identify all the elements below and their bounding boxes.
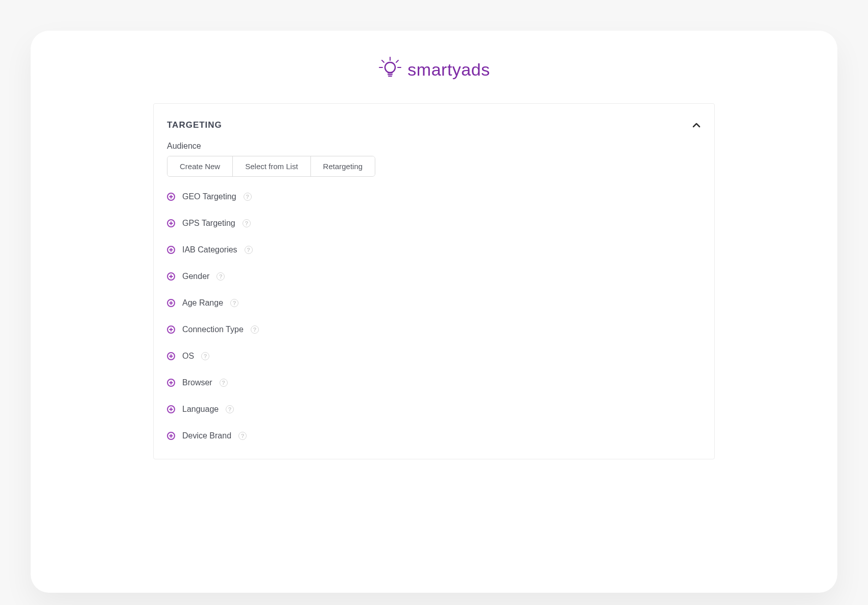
target-item-label: IAB Categories bbox=[182, 245, 237, 254]
svg-line-2 bbox=[396, 60, 398, 62]
plus-circle-icon bbox=[167, 219, 175, 227]
audience-segmented-control: Create New Select from List Retargeting bbox=[167, 156, 375, 177]
target-item-iab-categories[interactable]: IAB Categories bbox=[167, 245, 701, 254]
main-card: smartyads TARGETING Audience Create New … bbox=[31, 31, 837, 593]
target-item-label: Gender bbox=[182, 272, 209, 281]
plus-circle-icon bbox=[167, 379, 175, 387]
targeting-panel: TARGETING Audience Create New Select fro… bbox=[153, 103, 715, 459]
target-item-age-range[interactable]: Age Range bbox=[167, 298, 701, 308]
help-icon[interactable] bbox=[244, 193, 252, 201]
help-icon[interactable] bbox=[220, 379, 228, 387]
plus-circle-icon bbox=[167, 299, 175, 307]
help-icon[interactable] bbox=[226, 405, 234, 413]
target-item-gps-targeting[interactable]: GPS Targeting bbox=[167, 219, 701, 228]
target-item-label: Age Range bbox=[182, 298, 223, 308]
svg-line-1 bbox=[382, 60, 384, 62]
brand-name: smartyads bbox=[407, 60, 490, 80]
targeting-options-list: GEO Targeting GPS Targeting IAB Categori… bbox=[167, 192, 701, 440]
target-item-geo-targeting[interactable]: GEO Targeting bbox=[167, 192, 701, 201]
help-icon[interactable] bbox=[230, 299, 238, 307]
plus-circle-icon bbox=[167, 325, 175, 334]
panel-title: TARGETING bbox=[167, 120, 222, 130]
lightbulb-icon bbox=[378, 56, 402, 83]
help-icon[interactable] bbox=[251, 325, 259, 334]
help-icon[interactable] bbox=[201, 352, 209, 360]
help-icon[interactable] bbox=[243, 219, 251, 227]
target-item-device-brand[interactable]: Device Brand bbox=[167, 431, 701, 440]
brand-logo: smartyads bbox=[31, 56, 837, 83]
target-item-label: OS bbox=[182, 352, 194, 361]
plus-circle-icon bbox=[167, 272, 175, 281]
retargeting-button[interactable]: Retargeting bbox=[310, 156, 375, 176]
target-item-label: Browser bbox=[182, 378, 212, 387]
select-from-list-button[interactable]: Select from List bbox=[232, 156, 310, 176]
viewport: smartyads TARGETING Audience Create New … bbox=[0, 0, 868, 605]
target-item-language[interactable]: Language bbox=[167, 405, 701, 414]
svg-point-5 bbox=[385, 62, 395, 73]
target-item-label: Device Brand bbox=[182, 431, 231, 440]
target-item-gender[interactable]: Gender bbox=[167, 272, 701, 281]
audience-label: Audience bbox=[167, 142, 701, 151]
target-item-connection-type[interactable]: Connection Type bbox=[167, 325, 701, 334]
target-item-os[interactable]: OS bbox=[167, 352, 701, 361]
panel-header[interactable]: TARGETING bbox=[167, 120, 701, 130]
plus-circle-icon bbox=[167, 193, 175, 201]
help-icon[interactable] bbox=[238, 432, 247, 440]
create-new-button[interactable]: Create New bbox=[167, 156, 232, 176]
chevron-up-icon[interactable] bbox=[692, 121, 701, 130]
target-item-label: GEO Targeting bbox=[182, 192, 236, 201]
target-item-label: GPS Targeting bbox=[182, 219, 235, 228]
help-icon[interactable] bbox=[245, 246, 253, 254]
target-item-label: Language bbox=[182, 405, 219, 414]
target-item-label: Connection Type bbox=[182, 325, 244, 334]
target-item-browser[interactable]: Browser bbox=[167, 378, 701, 387]
plus-circle-icon bbox=[167, 246, 175, 254]
help-icon[interactable] bbox=[216, 272, 225, 281]
plus-circle-icon bbox=[167, 432, 175, 440]
plus-circle-icon bbox=[167, 352, 175, 360]
plus-circle-icon bbox=[167, 405, 175, 413]
